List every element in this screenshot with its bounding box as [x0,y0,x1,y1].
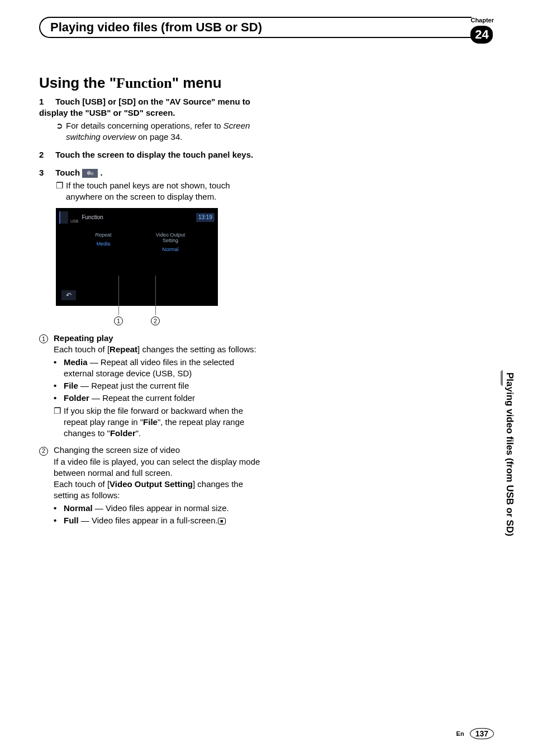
gear-icon: ✲₀ [82,169,98,178]
header-title: Playing video files (from USB or SD) [50,20,461,35]
bullet-dot-icon: • [54,515,64,526]
d1-bullet-file: • File — Repeat just the current file [54,380,263,391]
d2-line2: If a video file is played, you can selec… [54,456,263,479]
section-title-prefix: Using the " [39,74,116,91]
ss-col1-top: Repeat [81,233,126,238]
def-1: 1 Repeating play Each touch of [Repeat] … [39,333,263,439]
callout-line-1 [118,276,119,315]
end-mark-icon: ■ [218,518,226,525]
section-title-suffix: " menu [172,74,222,91]
d1-file-text: File — Repeat just the current file [64,380,263,391]
d1-note: ❐ If you skip the file forward or backwa… [54,405,263,440]
d1-folder-a: Folder [64,393,89,403]
sidebar-text: Playing video files (from USB or SD) [503,369,516,540]
ss-columns: Repeat Media Video Output Setting Normal [56,233,218,253]
d1-folder-text: Folder — Repeat the current folder [64,393,263,404]
ss-col-video: Video Output Setting Normal [148,233,193,253]
ss-usb-label: USB [70,219,78,224]
step-3-sub: ❐ If the touch panel keys are not shown,… [56,180,263,203]
d1-bullet-media: • Media — Repeat all video files in the … [54,357,263,380]
s1-sub-c: on page 34. [136,132,182,141]
footer-lang: En [456,730,464,737]
d2fb: — Video files appear in a full-screen. [79,516,218,525]
s1-sub-a: For details concerning operations, refer… [66,121,223,130]
step-3-text-a: Touch [55,168,82,177]
ss-col1-val: Media [81,240,126,247]
callout-num-2: 2 [151,316,160,326]
chapter-label: Chapter [470,17,494,23]
step-2-num: 2 [39,150,44,159]
chapter-badge: 24 [470,26,493,44]
def-1-num-text: 1 [39,334,48,343]
def-1-title: Repeating play [54,333,263,344]
d2a: Each touch of [ [54,479,110,489]
d1-media-text: Media — Repeat all video files in the se… [64,357,263,380]
page-header: Playing video files (from USB or SD) Cha… [39,17,494,44]
d1-folder-b: — Repeat the current folder [89,393,195,403]
callout-line-2 [155,276,156,315]
d1a: Each touch of [ [54,344,110,354]
d2-normal-text: Normal — Video files appear in normal si… [64,503,263,514]
footer: En 137 [456,728,494,739]
callout-lines: 1 2 [56,309,218,319]
ss-col2-val: Normal [148,246,193,253]
def-2-body: Changing the screen size of video If a v… [54,445,263,526]
d1-file-a: File [64,381,78,390]
d2-full-text: Full — Video files appear in a full-scre… [64,515,263,526]
d1-bullet-folder: • Folder — Repeat the current folder [54,393,263,404]
d2nb: — Video files appear in normal size. [93,503,229,513]
d1-file-b: — Repeat just the current file [78,381,189,390]
d2-bullet-normal: • Normal — Video files appear in normal … [54,503,263,514]
d1c: ] changes the setting as follows: [137,344,256,354]
section-title: Using the "Function" menu [39,74,494,92]
bullet-dot-icon: • [54,357,64,380]
step-2-text: Touch the screen to display the touch pa… [55,150,253,159]
callout-num-1: 1 [114,316,123,326]
back-icon: ↶ [61,290,76,300]
ss-topbar: USB Function 13:19 [56,208,218,229]
d2b: Video Output Setting [110,479,193,489]
section-title-mid: Function [116,75,172,91]
d2-desc: Each touch of [Video Output Setting] cha… [54,479,263,502]
ss-col-repeat: Repeat Media [81,233,126,253]
def-2: 2 Changing the screen size of video If a… [39,445,263,526]
step-3: 3 Touch ✲₀ . [39,167,263,178]
def-1-desc: Each touch of [Repeat] changes the setti… [54,344,263,355]
step-3-sub-text: If the touch panel keys are not shown, t… [66,180,263,203]
callout-2-text: 2 [151,316,160,325]
step-1-sub: ➲ For details concerning operations, ref… [56,120,263,143]
ss-col2-top: Video Output Setting [148,233,193,244]
chapter-block: Chapter 24 [470,17,494,44]
step-1: 1 Touch [USB] or [SD] on the "AV Source"… [39,96,263,119]
function-screenshot: USB Function 13:19 Repeat Media Video Ou… [56,208,218,306]
step-2: 2 Touch the screen to display the touch … [39,149,263,160]
header-title-wrap: Playing video files (from USB or SD) [39,17,472,38]
step-3-num: 3 [39,168,44,177]
callout-1-text: 1 [114,316,123,325]
def-1-body: Repeating play Each touch of [Repeat] ch… [54,333,263,439]
note-icon: ❐ [56,180,66,203]
d1-note-text: If you skip the file forward or backward… [64,405,263,440]
bullet-dot-icon: • [54,393,64,404]
footer-page: 137 [470,728,494,739]
d1nb: File [143,417,158,427]
def-1-num: 1 [39,333,54,439]
def-2-num: 2 [39,445,54,526]
d2-bullet-full: • Full — Video files appear in a full-sc… [54,515,263,526]
d1ne: ". [136,428,141,438]
d2fa: Full [64,516,79,525]
usb-icon [59,211,68,224]
step-3-text-b: . [100,168,102,177]
d2-line1: Changing the screen size of video [54,445,263,456]
d1-media-b: — Repeat all video files in the selected… [64,357,234,378]
note-icon: ❐ [54,405,64,440]
main-content: 1 Touch [USB] or [SD] on the "AV Source"… [39,96,263,526]
goto-icon: ➲ [56,120,66,143]
d2na: Normal [64,503,93,513]
d1nd: Folder [110,428,136,438]
def-2-num-text: 2 [39,447,48,456]
step-1-num: 1 [39,97,44,106]
ss-time: 13:19 [196,213,215,222]
d1-media-a: Media [64,357,88,367]
bullet-dot-icon: • [54,503,64,514]
